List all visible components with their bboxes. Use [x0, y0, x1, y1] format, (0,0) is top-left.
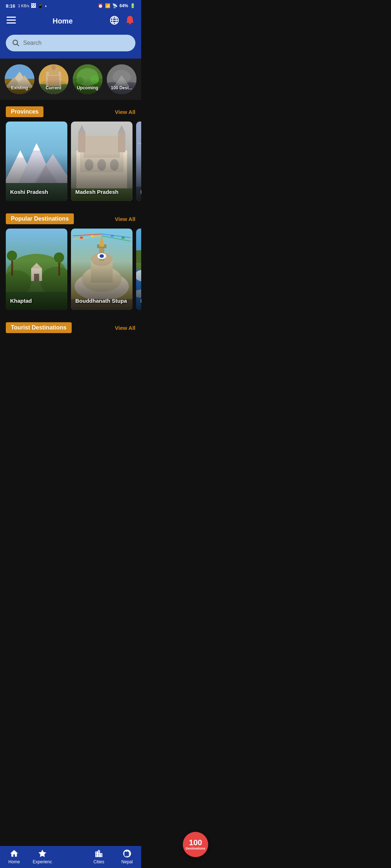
svg-point-22	[52, 71, 55, 74]
categories-section: Existing Current	[0, 59, 141, 100]
category-label-current: Current	[39, 85, 68, 90]
bouddhanath-label: Bouddhanath Stupa	[75, 297, 127, 305]
app-bar-icons	[109, 15, 135, 27]
koshi-label: Koshi Pradesh	[10, 188, 48, 196]
search-icon	[12, 39, 20, 47]
categories-row: Existing Current	[4, 64, 137, 94]
whatsapp-icon: 📱	[37, 3, 43, 9]
svg-rect-94	[91, 235, 94, 237]
category-existing[interactable]: Existing	[5, 64, 34, 94]
tourist-destinations-view-all[interactable]: View All	[115, 325, 135, 331]
bagmati-label: Bagmati Pradesh	[140, 188, 141, 196]
madesh-label: Madesh Pradesh	[75, 188, 118, 196]
search-bar[interactable]	[6, 35, 135, 51]
category-upcoming[interactable]: Upcoming	[73, 64, 102, 94]
svg-rect-1	[7, 20, 16, 21]
province-card-bagmati[interactable]: Bagmati Pradesh	[136, 122, 141, 201]
provinces-header: Provinces View All	[0, 100, 141, 122]
svg-point-9	[13, 40, 18, 45]
time-display: 8:16	[6, 3, 15, 9]
category-label-upcoming: Upcoming	[73, 85, 102, 90]
category-circle-existing: Existing	[5, 64, 34, 94]
svg-rect-2	[7, 22, 16, 24]
status-bar: 8:16 1 KB/s 🖼 📱 • ⏰ 📶 📡 64% 🔋	[0, 0, 141, 12]
category-100dest[interactable]: 100 Dest...	[107, 64, 136, 94]
khaptad-label: Khaptad	[10, 297, 32, 305]
popular-destinations-cards: Khaptad	[0, 229, 141, 316]
speed-display: 1 KB/s	[18, 4, 29, 8]
svg-point-75	[7, 251, 17, 261]
dest-card-bouddhanath[interactable]: Bouddhanath Stupa	[71, 229, 133, 310]
popular-destinations-header: Popular Destinations View All	[0, 207, 141, 229]
provinces-view-all[interactable]: View All	[115, 109, 135, 115]
provinces-section: Provinces View All	[0, 100, 141, 207]
tourist-destinations-header: Tourist Destinations View All	[0, 316, 141, 337]
provinces-title: Provinces	[6, 106, 43, 117]
status-left: 8:16 1 KB/s 🖼 📱 •	[6, 3, 47, 9]
svg-rect-96	[122, 237, 125, 239]
status-right: ⏰ 📶 📡 64% 🔋	[98, 3, 135, 8]
battery-icon: 🔋	[130, 3, 135, 8]
svg-rect-8	[129, 23, 131, 24]
wifi-icon: 📶	[105, 3, 110, 8]
menu-icon[interactable]	[7, 17, 16, 25]
dot-indicator: •	[45, 3, 47, 9]
dest-card-khaptad[interactable]: Khaptad	[6, 229, 67, 310]
svg-rect-0	[7, 17, 16, 18]
dest-card-bhote-koshi[interactable]: Bhote Koshi Rafting	[136, 229, 141, 310]
bhote-koshi-label: Bhote Koshi Rafting	[140, 297, 141, 305]
main-content: Existing Current	[0, 59, 141, 366]
battery-display: 64%	[119, 3, 128, 8]
alarm-icon: ⏰	[98, 3, 103, 8]
notification-icon[interactable]	[125, 15, 135, 27]
tourist-destinations-section: Tourist Destinations View All	[0, 316, 141, 337]
popular-destinations-title: Popular Destinations	[6, 213, 74, 224]
svg-point-88	[100, 254, 104, 258]
svg-rect-49	[118, 132, 125, 152]
signal-icon: 📡	[112, 3, 118, 8]
province-card-koshi[interactable]: Koshi Pradesh	[6, 122, 67, 201]
popular-destinations-view-all[interactable]: View All	[115, 216, 135, 222]
provinces-cards: Koshi Pradesh	[0, 122, 141, 207]
category-label-existing: Existing	[5, 85, 34, 90]
page-title: Home	[52, 17, 73, 25]
category-circle-current: Current	[39, 64, 68, 94]
svg-rect-48	[78, 132, 85, 152]
popular-destinations-section: Popular Destinations View All	[0, 207, 141, 316]
photo-icon: 🖼	[31, 3, 36, 9]
svg-rect-93	[80, 237, 83, 239]
category-circle-100dest: 100 Dest...	[107, 64, 136, 94]
category-current[interactable]: Current	[39, 64, 68, 94]
search-input[interactable]	[23, 40, 129, 46]
globe-icon[interactable]	[109, 15, 119, 27]
svg-rect-20	[52, 65, 55, 70]
app-bar: Home	[0, 12, 141, 30]
svg-line-10	[17, 44, 19, 46]
search-section	[0, 30, 141, 59]
province-card-madesh[interactable]: Madesh Pradesh	[71, 122, 133, 201]
svg-rect-95	[111, 235, 114, 237]
tourist-destinations-title: Tourist Destinations	[6, 322, 72, 333]
category-circle-upcoming: Upcoming	[73, 64, 102, 94]
category-label-100dest: 100 Dest...	[107, 85, 136, 90]
